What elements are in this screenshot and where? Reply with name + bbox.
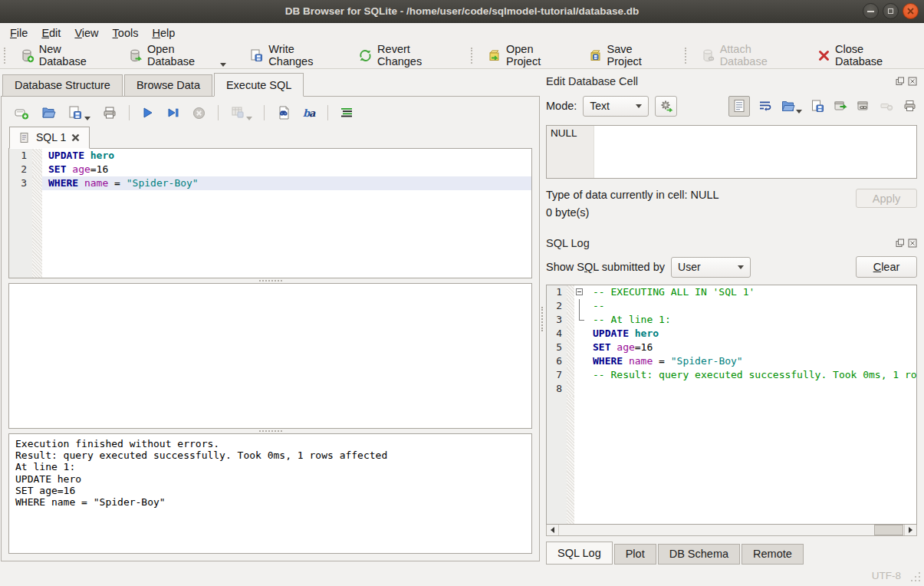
save-sql-file-icon bbox=[67, 105, 83, 120]
save-project-label: Save Project bbox=[607, 43, 664, 67]
print-cell-icon[interactable] bbox=[903, 99, 917, 114]
menu-tools[interactable]: Tools bbox=[106, 25, 146, 41]
revert-changes-label: Revert Changes bbox=[377, 43, 450, 67]
results-messages-splitter[interactable] bbox=[8, 429, 532, 433]
word-wrap-icon[interactable] bbox=[758, 99, 772, 113]
titlebar[interactable]: DB Browser for SQLite - /home/user/code/… bbox=[0, 0, 924, 23]
maximize-icon bbox=[888, 8, 893, 14]
menu-file[interactable]: File bbox=[3, 25, 35, 41]
revert-changes-button[interactable]: Revert Changes bbox=[352, 40, 456, 71]
scrollbar-track[interactable] bbox=[559, 525, 904, 535]
toolbar-drag-handle[interactable] bbox=[685, 48, 689, 64]
execution-messages[interactable]: Execution finished without errors.Result… bbox=[8, 433, 532, 554]
menu-edit[interactable]: Edit bbox=[35, 25, 67, 41]
print-icon[interactable] bbox=[102, 105, 117, 120]
close-tab-icon[interactable] bbox=[71, 133, 80, 142]
log-filter-select[interactable]: User bbox=[671, 257, 751, 278]
copy-link-icon[interactable] bbox=[857, 99, 871, 114]
clear-log-button[interactable]: Clear bbox=[856, 256, 917, 278]
find-icon[interactable] bbox=[276, 105, 291, 120]
close-icon bbox=[907, 8, 914, 15]
panel-splitter[interactable] bbox=[540, 73, 544, 565]
open-sql-file-icon[interactable] bbox=[41, 105, 56, 120]
export-cell-icon[interactable] bbox=[811, 99, 825, 114]
tab-plot[interactable]: Plot bbox=[614, 544, 656, 565]
open-project-label: Open Project bbox=[506, 43, 565, 67]
log-line: 8 bbox=[547, 382, 916, 396]
mode-select[interactable]: Text bbox=[583, 96, 649, 117]
minimize-button[interactable] bbox=[863, 3, 879, 19]
auto-switch-mode-button[interactable] bbox=[655, 96, 677, 117]
maximize-button[interactable] bbox=[883, 3, 899, 19]
code-line[interactable]: WHERE name = "Spider-Boy" bbox=[42, 176, 531, 190]
code-line[interactable]: SET age=16 bbox=[42, 163, 531, 176]
empty bbox=[42, 190, 531, 278]
open-database-label: Open Database bbox=[147, 43, 217, 67]
fold-margin bbox=[32, 149, 42, 163]
main-area: Database Structure Browse Data Execute S… bbox=[0, 69, 924, 565]
open-project-icon bbox=[487, 48, 501, 63]
save-sql-file-button[interactable] bbox=[67, 105, 90, 120]
tab-database-structure[interactable]: Database Structure bbox=[2, 74, 123, 96]
dock-close-button[interactable] bbox=[908, 239, 917, 248]
sql-file-icon bbox=[19, 132, 31, 143]
token-string: "Spider-Boy" bbox=[671, 355, 743, 367]
import-dropdown-icon[interactable] bbox=[796, 110, 802, 114]
open-project-button[interactable]: Open Project bbox=[481, 40, 571, 71]
sql-editor[interactable]: 1UPDATE hero 2SET age=16 3WHERE name = "… bbox=[8, 148, 532, 278]
new-database-button[interactable]: New Database bbox=[14, 40, 111, 71]
fold-column bbox=[574, 396, 587, 524]
close-database-button[interactable]: Close Database bbox=[811, 40, 913, 71]
token-comment: -- Result: query executed successfully. … bbox=[593, 369, 916, 380]
editor-results-splitter[interactable] bbox=[8, 278, 532, 283]
new-tab-icon[interactable] bbox=[14, 105, 29, 120]
code-line[interactable]: UPDATE hero bbox=[42, 149, 531, 163]
log-line: 7-- Result: query executed successfully.… bbox=[547, 368, 916, 382]
execute-all-icon[interactable] bbox=[141, 106, 155, 120]
cell-text-area[interactable] bbox=[594, 126, 916, 178]
tab-db-schema[interactable]: DB Schema bbox=[658, 544, 740, 565]
token-plain: =16 bbox=[635, 341, 653, 353]
cell-value-editor[interactable]: NULL bbox=[546, 125, 917, 179]
results-grid[interactable] bbox=[8, 283, 532, 429]
format-sql-icon[interactable] bbox=[340, 106, 353, 120]
attach-database-icon bbox=[701, 48, 715, 63]
dock-close-button[interactable] bbox=[908, 77, 917, 86]
tab-browse-data[interactable]: Browse Data bbox=[124, 74, 212, 96]
resize-grip[interactable] bbox=[919, 580, 920, 581]
open-external-icon[interactable] bbox=[834, 99, 848, 114]
token-field: name bbox=[78, 177, 108, 189]
token-comment: -- EXECUTING ALL IN 'SQL 1' bbox=[593, 286, 755, 298]
sql-tab[interactable]: SQL 1 bbox=[9, 127, 90, 149]
sql-log-view[interactable]: 1-- EXECUTING ALL IN 'SQL 1' 2-- 3-- At … bbox=[546, 285, 917, 525]
save-sql-file-dropdown-icon[interactable] bbox=[84, 117, 90, 120]
editor-empty-area[interactable] bbox=[9, 190, 531, 278]
open-database-button[interactable]: Open Database bbox=[122, 40, 232, 71]
dock-close-icon bbox=[908, 239, 917, 248]
scroll-left-button[interactable] bbox=[547, 525, 559, 535]
dock-float-button[interactable] bbox=[896, 77, 905, 86]
close-button[interactable] bbox=[903, 3, 919, 19]
replace-icon[interactable]: ba bbox=[303, 107, 316, 119]
tab-remote[interactable]: Remote bbox=[742, 544, 804, 565]
toolbar-drag-handle[interactable] bbox=[471, 48, 475, 64]
scroll-right-button[interactable] bbox=[904, 525, 916, 535]
menu-view[interactable]: View bbox=[67, 25, 105, 41]
encoding-indicator[interactable]: UTF-8 bbox=[872, 570, 901, 581]
open-database-dropdown-icon[interactable] bbox=[220, 63, 226, 67]
fold-collapse-icon[interactable] bbox=[576, 288, 583, 295]
write-changes-button[interactable]: Write Changes bbox=[243, 40, 341, 71]
scrollbar-thumb[interactable] bbox=[874, 525, 903, 535]
execute-current-line-icon[interactable] bbox=[166, 106, 180, 120]
log-horizontal-scrollbar[interactable] bbox=[546, 525, 917, 536]
menu-help[interactable]: Help bbox=[145, 25, 182, 41]
toolbar-drag-handle[interactable] bbox=[4, 48, 8, 64]
tab-execute-sql[interactable]: Execute SQL bbox=[214, 73, 304, 97]
tab-sql-log[interactable]: SQL Log bbox=[546, 542, 613, 565]
import-cell-button[interactable] bbox=[781, 99, 802, 114]
text-mode-button[interactable] bbox=[728, 96, 750, 117]
token-keyword: SET bbox=[593, 341, 610, 353]
save-project-button[interactable]: Save Project bbox=[582, 40, 670, 71]
token-string: "Spider-Boy" bbox=[127, 177, 199, 189]
dock-float-button[interactable] bbox=[896, 239, 905, 248]
